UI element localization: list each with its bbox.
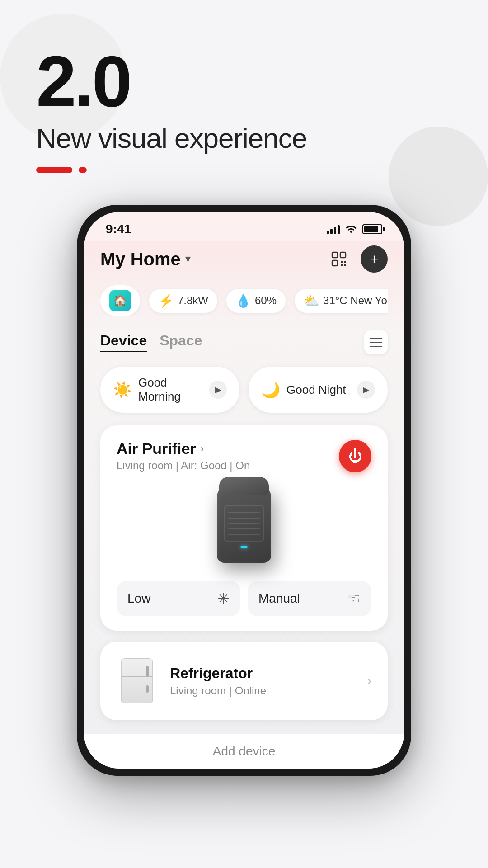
tabs-left: Device Space	[100, 332, 202, 352]
scene-good-morning-play[interactable]: ▶	[209, 381, 227, 399]
svg-rect-3	[341, 261, 343, 263]
tab-space[interactable]: Space	[160, 332, 202, 352]
dots-indicator	[36, 167, 452, 173]
phone-inner: 9:41	[84, 212, 404, 769]
scene-good-night[interactable]: 🌙 Good Night ▶	[249, 367, 388, 413]
signal-bars	[327, 224, 340, 234]
air-purifier-image	[117, 477, 371, 572]
status-time: 9:41	[106, 222, 131, 236]
vent-line-1	[228, 512, 260, 513]
svg-rect-6	[344, 264, 346, 266]
svg-rect-0	[332, 252, 338, 258]
weather-value: 31°C New Yor	[323, 294, 388, 307]
energy-value: 7.8kW	[178, 294, 208, 307]
humidity-value: 60%	[255, 294, 277, 307]
info-strip: 🏠 ⚡ 7.8kW 💧 60% ⛅ 31°C New Yor	[100, 285, 388, 316]
info-chip-energy[interactable]: ⚡ 7.8kW	[149, 289, 217, 313]
scenes-row: ☀️ Good Morning ▶ 🌙 Good Night ▶	[100, 367, 388, 413]
vent-line-3	[228, 523, 260, 524]
svg-rect-5	[341, 264, 343, 266]
add-device-button[interactable]: +	[361, 245, 388, 273]
fridge-handle-top	[146, 666, 149, 677]
home-title[interactable]: My Home ▾	[100, 249, 190, 269]
signal-bar-1	[327, 231, 329, 234]
add-device-label[interactable]: Add device	[213, 744, 276, 758]
signal-bar-2	[330, 229, 333, 234]
mode-label: Manual	[258, 591, 300, 606]
app-icon: 🏠	[109, 290, 131, 311]
fan-speed-label: Low	[127, 591, 150, 606]
sun-icon: ☀️	[113, 381, 132, 399]
tab-device[interactable]: Device	[100, 332, 147, 352]
refrigerator-card[interactable]: Refrigerator Living room | Online ›	[100, 642, 388, 720]
battery-fill	[364, 226, 378, 232]
info-chip-app[interactable]: 🏠	[100, 285, 140, 316]
dot-long	[36, 167, 72, 173]
top-bar: My Home ▾	[100, 245, 388, 273]
home-title-text: My Home	[100, 249, 181, 269]
dot-small	[79, 167, 87, 173]
scene-good-morning[interactable]: ☀️ Good Morning ▶	[100, 367, 239, 413]
moon-icon: 🌙	[261, 381, 280, 399]
purifier-body	[217, 486, 271, 563]
add-icon: +	[370, 251, 379, 268]
vent-line-4	[228, 528, 260, 529]
version-number: 2.0	[36, 45, 452, 118]
air-purifier-sub: Living room | Air: Good | On	[117, 459, 250, 472]
mode-button[interactable]: Manual ☜	[248, 581, 371, 616]
energy-icon: ⚡	[158, 293, 174, 308]
air-purifier-card: Air Purifier › Living room | Air: Good |…	[100, 425, 388, 631]
scene-good-night-play[interactable]: ▶	[357, 381, 375, 399]
refrigerator-thumb	[117, 656, 157, 706]
menu-line-2	[370, 342, 382, 343]
app-content: My Home ▾	[84, 241, 404, 734]
fridge-handle-bottom	[146, 685, 149, 693]
purifier-led	[240, 546, 248, 548]
status-bar: 9:41	[84, 212, 404, 241]
scene-good-morning-left: ☀️ Good Morning	[113, 376, 209, 404]
home-chevron-down-icon: ▾	[185, 253, 190, 265]
purifier-top	[219, 477, 269, 495]
top-actions: +	[325, 245, 388, 273]
menu-line-3	[370, 346, 382, 347]
svg-rect-2	[332, 260, 338, 266]
touch-icon: ☜	[347, 590, 361, 607]
tagline: New visual experience	[36, 122, 452, 154]
info-chip-weather[interactable]: ⛅ 31°C New Yor	[295, 289, 388, 313]
scene-good-morning-label: Good Morning	[138, 376, 209, 404]
refrigerator-name: Refrigerator	[170, 665, 355, 682]
air-purifier-power-button[interactable]: ⏻	[339, 440, 371, 472]
air-purifier-info: Air Purifier › Living room | Air: Good |…	[117, 440, 250, 472]
vent-line-2	[228, 518, 260, 519]
signal-bar-3	[334, 227, 336, 234]
purifier-vent	[224, 505, 264, 542]
info-chip-humidity[interactable]: 💧 60%	[226, 289, 286, 313]
fan-speed-button[interactable]: Low ✳	[117, 581, 240, 616]
bottom-bar: Add device	[84, 734, 404, 769]
air-purifier-chevron-icon: ›	[201, 443, 204, 455]
signal-bar-4	[338, 225, 340, 234]
refrigerator-info: Refrigerator Living room | Online	[170, 665, 355, 697]
scan-button[interactable]	[325, 245, 352, 273]
fridge-body	[121, 658, 153, 703]
menu-line-1	[370, 338, 382, 339]
air-purifier-name[interactable]: Air Purifier ›	[117, 440, 250, 458]
weather-icon: ⛅	[304, 293, 319, 308]
air-purifier-name-text: Air Purifier	[117, 440, 196, 458]
header-section: 2.0 New visual experience	[0, 0, 488, 191]
battery-icon	[362, 224, 382, 234]
power-icon: ⏻	[348, 448, 362, 465]
tabs-row: Device Space	[100, 330, 388, 354]
svg-rect-4	[344, 261, 346, 263]
scene-good-night-left: 🌙 Good Night	[261, 381, 346, 399]
vent-line-5	[228, 534, 260, 535]
phone-wrapper: 9:41	[0, 205, 488, 776]
humidity-icon: 💧	[235, 293, 251, 308]
refrigerator-sub: Living room | Online	[170, 684, 355, 697]
status-icons	[327, 223, 382, 236]
air-purifier-controls: Low ✳ Manual ☜	[117, 581, 371, 616]
wifi-icon	[345, 223, 357, 236]
menu-button[interactable]	[364, 330, 388, 354]
fan-icon: ✳	[217, 590, 230, 607]
phone-outer: 9:41	[77, 205, 411, 776]
